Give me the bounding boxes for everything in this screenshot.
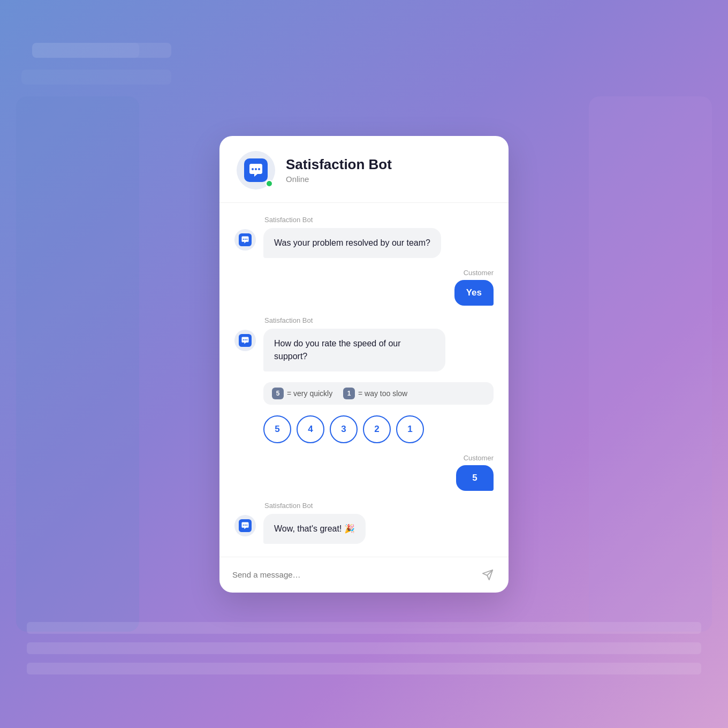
bot-avatar	[237, 151, 275, 189]
bot-message-row-3: Wow, that's great! 🎉	[234, 514, 366, 544]
bot-message-group-1: Satisfaction Bot Was your problem resolv…	[234, 216, 494, 258]
svg-point-7	[246, 238, 247, 239]
rating-btn-3[interactable]: 3	[330, 415, 358, 443]
online-indicator	[266, 180, 273, 187]
svg-point-6	[245, 238, 246, 239]
svg-point-5	[243, 238, 244, 239]
customer-rating-group: Customer 5	[234, 454, 494, 491]
bot-message-row-1: Was your problem resolved by our team?	[234, 228, 441, 258]
bot-message-group-2: Satisfaction Bot How do you rate the spe…	[234, 316, 494, 371]
bot-name: Satisfaction Bot	[286, 156, 392, 173]
svg-point-1	[252, 168, 254, 170]
hint-badge-high: 5	[272, 388, 284, 399]
customer-sender-label-1: Customer	[464, 269, 494, 277]
bot-sender-label-3: Satisfaction Bot	[264, 502, 313, 510]
rating-btn-2[interactable]: 2	[363, 415, 391, 443]
hint-high-label: = very quickly	[287, 389, 332, 398]
bot-icon-2	[234, 330, 256, 351]
chat-icon-2	[239, 334, 252, 347]
message-input[interactable]	[232, 570, 473, 579]
chat-input-area	[219, 557, 509, 593]
bot-avatar-icon	[244, 158, 268, 182]
bot-bubble-3: Wow, that's great! 🎉	[263, 514, 366, 544]
rating-hint: 5 = very quickly 1 = way too slow	[263, 382, 494, 405]
header-text: Satisfaction Bot Online	[286, 156, 392, 183]
customer-sender-label-2: Customer	[464, 454, 494, 462]
customer-bubble-1: Yes	[454, 280, 494, 306]
bot-bubble-1: Was your problem resolved by our team?	[263, 228, 441, 258]
rating-buttons-row: 5 4 3 2 1	[263, 415, 494, 443]
svg-point-11	[246, 339, 247, 340]
rating-btn-5[interactable]: 5	[263, 415, 291, 443]
hint-low-label: = way too slow	[358, 389, 407, 398]
chat-messages: Satisfaction Bot Was your problem resolv…	[219, 203, 509, 557]
svg-point-3	[258, 168, 260, 170]
svg-point-13	[243, 524, 244, 525]
svg-point-2	[255, 168, 257, 170]
hint-badge-low: 1	[343, 388, 355, 399]
chat-icon-1	[239, 233, 252, 246]
bot-icon-1	[234, 229, 256, 251]
svg-point-9	[243, 339, 244, 340]
bot-sender-label-1: Satisfaction Bot	[264, 216, 313, 224]
chat-widget: Satisfaction Bot Online Satisfaction Bot…	[219, 136, 509, 593]
svg-point-14	[245, 524, 246, 525]
bot-icon-3	[234, 515, 256, 536]
customer-message-group-1: Customer Yes	[234, 269, 494, 306]
svg-point-15	[246, 524, 247, 525]
customer-rating-bubble: 5	[456, 465, 494, 491]
svg-point-10	[245, 339, 246, 340]
rating-btn-4[interactable]: 4	[297, 415, 324, 443]
rating-btn-1[interactable]: 1	[396, 415, 424, 443]
bot-message-group-3: Satisfaction Bot Wow, that's great! 🎉	[234, 502, 494, 544]
bot-sender-label-2: Satisfaction Bot	[264, 316, 313, 324]
chat-header: Satisfaction Bot Online	[219, 136, 509, 203]
chat-icon-3	[239, 519, 252, 532]
bot-bubble-2: How do you rate the speed of our support…	[263, 329, 445, 371]
send-icon	[482, 569, 494, 581]
bot-status: Online	[286, 175, 392, 184]
send-button[interactable]	[480, 567, 496, 583]
bot-message-row-2: How do you rate the speed of our support…	[234, 329, 445, 371]
